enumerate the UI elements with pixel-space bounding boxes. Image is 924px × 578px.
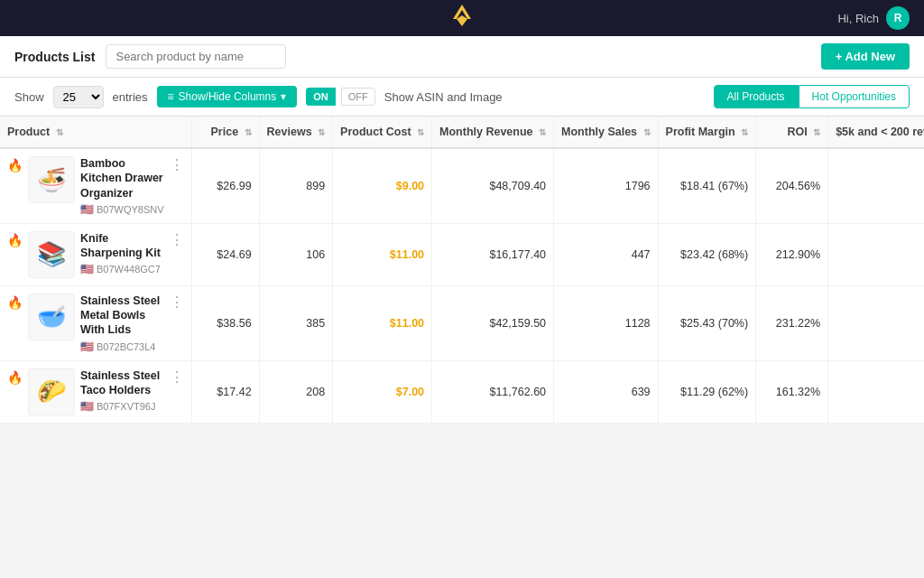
controls-row: Show 25 50 100 entries ≡ Show/Hide Colum… bbox=[0, 78, 924, 117]
asin-value: B072BC73L4 bbox=[97, 341, 155, 352]
product-asin: 🇺🇸 B07W448GC7 bbox=[80, 263, 164, 275]
table-header-row: Product ⇅ Price ⇅ Reviews ⇅ Product Cost… bbox=[0, 117, 924, 148]
entries-label: entries bbox=[113, 90, 148, 104]
row-menu-icon[interactable]: ⋮ bbox=[170, 294, 184, 311]
row-menu-icon[interactable]: ⋮ bbox=[170, 231, 184, 248]
toggle-off[interactable]: OFF bbox=[341, 88, 375, 106]
sort-icon-margin: ⇅ bbox=[741, 127, 748, 137]
product-cell: 🔥 🥣 Stainless Steel Metal Bowls With Lid… bbox=[0, 285, 191, 360]
row-menu-icon[interactable]: ⋮ bbox=[170, 156, 184, 173]
flag-icon: 🇺🇸 bbox=[80, 400, 94, 413]
product-image: 📚 bbox=[28, 231, 75, 278]
search-input[interactable] bbox=[106, 44, 286, 69]
fire-icon: 🔥 bbox=[7, 233, 23, 247]
fire-icon: 🔥 bbox=[7, 370, 23, 385]
reviews-cell: 899 bbox=[259, 148, 333, 223]
asin-value: B07W448GC7 bbox=[97, 264, 161, 275]
revenue-cell: $11,762.60 bbox=[432, 360, 554, 423]
product-info: Bamboo Kitchen Drawer Organizer 🇺🇸 B07WQ… bbox=[80, 156, 164, 216]
product-name: Bamboo Kitchen Drawer Organizer bbox=[80, 156, 164, 200]
table-row: 🔥 🥣 Stainless Steel Metal Bowls With Lid… bbox=[0, 285, 924, 360]
product-asin: 🇺🇸 B07WQY8SNV bbox=[80, 203, 164, 216]
toggle-on[interactable]: ON bbox=[306, 88, 336, 106]
show-hide-columns-button[interactable]: ≡ Show/Hide Columns ▾ bbox=[157, 86, 298, 107]
toggle-wrapper: ON OFF bbox=[306, 88, 375, 106]
col-reviews[interactable]: Reviews ⇅ bbox=[259, 117, 333, 148]
price-cell: $26.99 bbox=[191, 148, 259, 223]
all-products-button[interactable]: All Products bbox=[714, 85, 799, 108]
table-row: 🔥 📚 Knife Sharpening Kit 🇺🇸 B07W448GC7 ⋮… bbox=[0, 223, 924, 285]
product-info: Stainless Steel Taco Holders 🇺🇸 B07FXVT9… bbox=[80, 368, 164, 414]
columns-icon: ≡ bbox=[168, 90, 174, 103]
chevron-down-icon: ▾ bbox=[281, 90, 286, 103]
col-cost[interactable]: Product Cost ⇅ bbox=[333, 117, 432, 148]
table-row: 🔥 🌮 Stainless Steel Taco Holders 🇺🇸 B07F… bbox=[0, 360, 924, 423]
margin-cell: $25.43 (70%) bbox=[658, 285, 756, 360]
rank5k-cell: 6 bbox=[828, 223, 924, 285]
reviews-cell: 385 bbox=[259, 285, 333, 360]
price-cell: $24.69 bbox=[191, 223, 259, 285]
page-title: Products List bbox=[14, 50, 95, 64]
margin-cell: $11.29 (62%) bbox=[658, 360, 756, 423]
sort-icon-roi: ⇅ bbox=[813, 127, 820, 137]
sort-icon-revenue: ⇅ bbox=[539, 127, 546, 137]
filter-buttons: All Products Hot Opportunities bbox=[714, 85, 910, 108]
revenue-cell: $48,709.40 bbox=[432, 148, 554, 223]
user-avatar[interactable]: R bbox=[886, 6, 910, 30]
product-cell: 🔥 📚 Knife Sharpening Kit 🇺🇸 B07W448GC7 ⋮ bbox=[0, 223, 191, 285]
product-info: Stainless Steel Metal Bowls With Lids 🇺🇸… bbox=[80, 294, 164, 353]
product-image: 🥣 bbox=[28, 294, 75, 340]
asin-value: B07WQY8SNV bbox=[97, 204, 164, 215]
col-sales[interactable]: Monthly Sales ⇅ bbox=[554, 117, 659, 148]
user-greeting: Hi, Rich bbox=[837, 12, 879, 25]
add-new-button[interactable]: + Add New bbox=[821, 43, 910, 70]
col-revenue[interactable]: Monthly Revenue ⇅ bbox=[432, 117, 554, 148]
rank5k-cell: 3 bbox=[828, 360, 924, 423]
margin-cell: $23.42 (68%) bbox=[658, 223, 756, 285]
cost-value: $11.00 bbox=[390, 248, 424, 261]
price-cell: $38.56 bbox=[191, 285, 259, 360]
svg-marker-1 bbox=[457, 15, 467, 26]
revenue-cell: $42,159.50 bbox=[432, 285, 554, 360]
roi-cell: 212.90% bbox=[756, 223, 828, 285]
reviews-cell: 106 bbox=[259, 223, 333, 285]
sort-icon-price: ⇅ bbox=[245, 127, 252, 137]
entries-select[interactable]: 25 50 100 bbox=[53, 86, 104, 108]
products-table-wrapper: Product ⇅ Price ⇅ Reviews ⇅ Product Cost… bbox=[0, 117, 924, 424]
cost-value: $11.00 bbox=[390, 317, 424, 330]
price-cell: $17.42 bbox=[191, 360, 259, 423]
product-asin: 🇺🇸 B07FXVT96J bbox=[80, 400, 164, 413]
sort-icon-cost: ⇅ bbox=[417, 127, 424, 137]
sort-icon-sales: ⇅ bbox=[643, 127, 651, 137]
col-price[interactable]: Price ⇅ bbox=[191, 117, 259, 148]
margin-cell: $18.41 (67%) bbox=[658, 148, 756, 223]
product-info: Knife Sharpening Kit 🇺🇸 B07W448GC7 bbox=[80, 231, 164, 276]
cost-value: $7.00 bbox=[396, 386, 424, 398]
rank5k-cell: 5 bbox=[828, 148, 924, 223]
sales-cell: 639 bbox=[554, 360, 659, 423]
rank5k-cell: 5 bbox=[828, 285, 924, 360]
cost-cell: $11.00 bbox=[333, 223, 432, 285]
show-label: Show bbox=[14, 90, 44, 104]
asin-image-label: Show ASIN and Image bbox=[384, 90, 503, 104]
col-roi[interactable]: ROI ⇅ bbox=[756, 117, 828, 148]
col-product[interactable]: Product ⇅ bbox=[0, 117, 191, 148]
top-navigation: Hi, Rich R bbox=[0, 0, 924, 36]
product-image: 🍜 bbox=[28, 156, 75, 203]
table-row: 🔥 🍜 Bamboo Kitchen Drawer Organizer 🇺🇸 B… bbox=[0, 148, 924, 223]
row-menu-icon[interactable]: ⋮ bbox=[170, 368, 184, 386]
col-rank5k[interactable]: $5k and < 200 reviews ⇅ bbox=[828, 117, 924, 148]
sales-cell: 447 bbox=[554, 223, 659, 285]
fire-icon: 🔥 bbox=[7, 295, 23, 310]
fire-icon: 🔥 bbox=[7, 158, 23, 172]
cost-cell: $11.00 bbox=[333, 285, 432, 360]
product-name: Knife Sharpening Kit bbox=[80, 231, 164, 261]
product-cell: 🔥 🌮 Stainless Steel Taco Holders 🇺🇸 B07F… bbox=[0, 360, 191, 423]
roi-cell: 204.56% bbox=[756, 148, 828, 223]
col-margin[interactable]: Profit Margin ⇅ bbox=[658, 117, 756, 148]
user-info: Hi, Rich R bbox=[837, 6, 910, 30]
hot-opportunities-button[interactable]: Hot Opportunities bbox=[799, 85, 910, 108]
asin-value: B07FXVT96J bbox=[97, 401, 155, 412]
revenue-cell: $16,177.40 bbox=[432, 223, 554, 285]
cost-value: $9.00 bbox=[396, 180, 424, 192]
